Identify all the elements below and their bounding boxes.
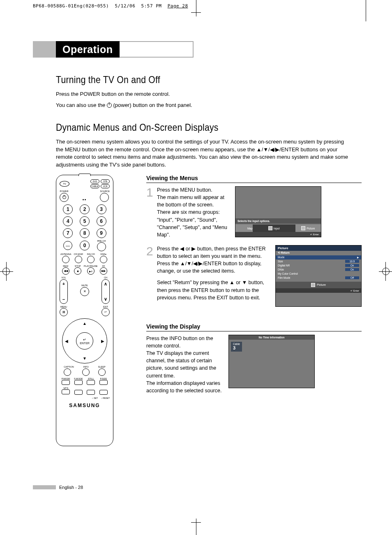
digit-4: 4 (63, 216, 73, 226)
right-arrow-icon: ▶ (101, 339, 104, 343)
sleep-button (98, 368, 106, 376)
page-footer: English - 28 (33, 485, 83, 490)
digit-5: 5 (80, 216, 90, 226)
rew-button: ◀◀ (62, 267, 69, 275)
ff-button: ▶▶ (100, 267, 107, 275)
mute-button: ✕ (80, 287, 89, 296)
still-button (87, 380, 95, 385)
power-icon (107, 103, 112, 108)
prech-button (97, 242, 106, 251)
digit-7: 7 (63, 228, 73, 238)
body-text: Press the POWER button on the remote con… (56, 90, 352, 98)
pmode-button (62, 380, 70, 385)
digit-3: 3 (97, 204, 106, 214)
osd-menu-row: Digital NROn (276, 264, 361, 268)
menu-button: ▤ (60, 308, 68, 316)
mts-button (62, 389, 70, 394)
cable-button: CABLE (90, 184, 99, 188)
volume-rocker: +− (60, 279, 68, 304)
digit-8: 8 (80, 228, 90, 238)
down-arrow-icon: ▼ (83, 356, 87, 361)
step-text: Press the INFO button on the remote cont… (146, 335, 228, 394)
digit-9: 9 (97, 228, 106, 238)
body-text: The on-screen menu system allows you to … (56, 138, 352, 169)
heading-viewing-display: Viewing the Display (146, 323, 362, 331)
input-icon (268, 226, 272, 230)
osd-screenshot-info-display: No Time Information Cable 3 (228, 335, 315, 388)
tv-button: TV (60, 181, 69, 187)
osd-menu-row: DNIeOn (276, 268, 361, 272)
print-job-header: BP68-00588G-01Eng(028~055) 5/12/06 5:57 … (33, 3, 188, 9)
osd-menu-row: Size16:9 (276, 259, 361, 264)
osd-menu-row: Mode▶ (276, 255, 361, 259)
osd-screenshot-picture-menu: Picture ⟲ Return Mode▶Size16:9Digital NR… (275, 245, 362, 307)
vcr-button: VCR (101, 184, 110, 188)
source-button (100, 193, 109, 202)
heading-turning-on-off: Turning the TV On and Off (56, 74, 325, 86)
page-content: Operation Turning the TV On and Off Pres… (33, 41, 362, 446)
info-button (82, 368, 90, 376)
power-button (60, 193, 69, 202)
stb-button: STB (101, 179, 110, 183)
section-title: Operation (33, 41, 362, 58)
crop-mark (191, 522, 201, 523)
stop-button: ■ (74, 267, 81, 275)
register-mark (0, 271, 13, 272)
crop-mark (196, 0, 196, 16)
osd-menu-row: My Color Control (276, 272, 361, 276)
blank-button (99, 390, 108, 395)
heading-viewing-menus: Viewing the Menus (146, 175, 362, 183)
antenna-button (62, 256, 69, 263)
dnse-button (100, 256, 107, 263)
enter-button: ↵ENTER (76, 332, 93, 350)
channel-rocker: ∧∨ (101, 279, 110, 304)
exit-button: ↩ (101, 308, 110, 316)
blank-button (74, 390, 83, 395)
picture-icon (301, 226, 305, 230)
dpad: ▲ ▼ ◀ ▶ ↵ENTER (62, 318, 107, 364)
crop-mark (366, 0, 366, 21)
digit-1: 1 (63, 204, 73, 214)
picture-icon (311, 283, 315, 287)
up-arrow-icon: ▲ (83, 321, 87, 326)
dvd-button: DVD (90, 179, 99, 183)
osd-screenshot-main-menu: Selects the input options. Map Input Pic… (235, 186, 321, 237)
crop-mark (191, 12, 201, 13)
digit-6: 6 (97, 216, 106, 226)
body-text: You can also use the (power) button on t… (56, 102, 352, 109)
register-mark (379, 271, 392, 272)
osd-menu-row: Film ModeOff (276, 276, 361, 280)
smode-button (74, 380, 83, 385)
brand-logo: SAMSUNG (60, 403, 110, 408)
dash-button: — (63, 241, 72, 250)
digit-0: 0 (80, 241, 90, 250)
digit-2: 2 (80, 204, 90, 214)
step-number: 2 (146, 245, 157, 307)
step-text: Press the ◀ or ▶ button, then press the … (157, 245, 275, 307)
chmgr-button (75, 256, 82, 263)
step-text: Press the MENU button. The main menu wil… (157, 186, 235, 239)
left-arrow-icon: ◀ (65, 339, 68, 343)
heading-dynamic-menus: Dynamic Menus and On-Screen Displays (56, 122, 325, 133)
blank-button (87, 390, 95, 395)
remote-control-diagram: TV DVD STB CABLE VCR POWER (56, 175, 113, 446)
step-number: 1 (146, 186, 157, 239)
crop-mark (196, 519, 196, 535)
favch-button (87, 256, 95, 263)
psize-button (99, 380, 108, 385)
caption-button (64, 368, 71, 376)
play-pause-button: ▶II (87, 267, 95, 275)
